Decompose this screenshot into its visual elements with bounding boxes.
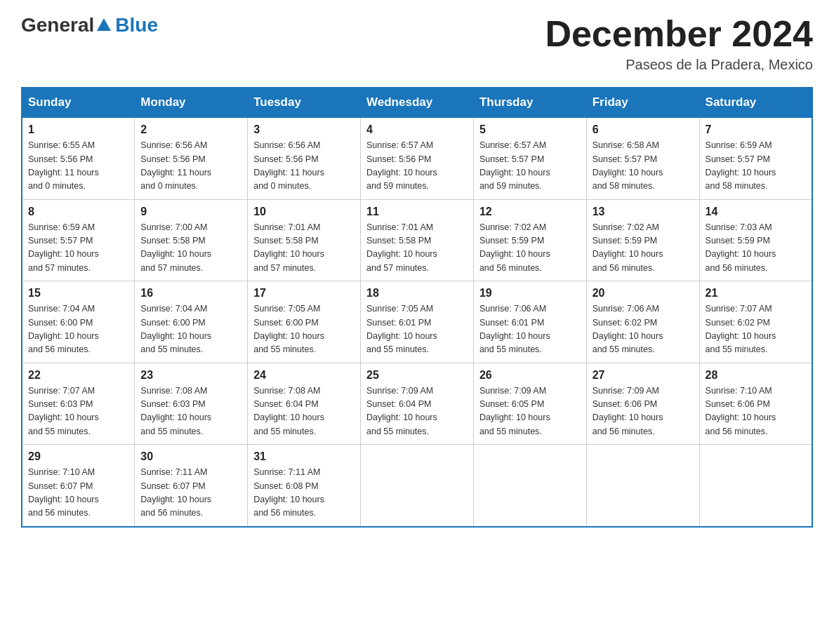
day-number: 5 <box>479 123 581 136</box>
day-number: 29 <box>28 450 128 463</box>
day-info: Sunrise: 7:09 AMSunset: 6:06 PMDaylight:… <box>593 384 694 439</box>
day-header-friday: Friday <box>586 88 699 117</box>
calendar-cell: 21Sunrise: 7:07 AMSunset: 6:02 PMDayligh… <box>699 281 812 363</box>
day-header-tuesday: Tuesday <box>248 88 361 117</box>
calendar-cell <box>586 445 699 527</box>
calendar-cell <box>699 445 812 527</box>
day-info: Sunrise: 7:08 AMSunset: 6:04 PMDaylight:… <box>253 384 355 439</box>
calendar-cell: 15Sunrise: 7:04 AMSunset: 6:00 PMDayligh… <box>22 281 135 363</box>
calendar-cell: 13Sunrise: 7:02 AMSunset: 5:59 PMDayligh… <box>586 199 699 281</box>
day-info: Sunrise: 7:08 AMSunset: 6:03 PMDaylight:… <box>140 384 241 439</box>
title-section: December 2024 Paseos de la Pradera, Mexi… <box>545 14 813 73</box>
calendar-cell: 4Sunrise: 6:57 AMSunset: 5:56 PMDaylight… <box>361 117 474 199</box>
day-info: Sunrise: 7:07 AMSunset: 6:03 PMDaylight:… <box>28 384 128 439</box>
day-info: Sunrise: 6:57 AMSunset: 5:57 PMDaylight:… <box>479 139 581 194</box>
calendar-cell <box>361 445 474 527</box>
day-number: 21 <box>706 287 806 300</box>
calendar-week-row: 29Sunrise: 7:10 AMSunset: 6:07 PMDayligh… <box>22 445 812 527</box>
calendar-cell: 17Sunrise: 7:05 AMSunset: 6:00 PMDayligh… <box>248 281 361 363</box>
calendar-cell: 30Sunrise: 7:11 AMSunset: 6:07 PMDayligh… <box>135 445 248 527</box>
day-number: 17 <box>253 287 355 300</box>
day-info: Sunrise: 7:04 AMSunset: 6:00 PMDaylight:… <box>28 302 128 357</box>
day-header-wednesday: Wednesday <box>361 88 474 117</box>
days-of-week-row: SundayMondayTuesdayWednesdayThursdayFrid… <box>22 88 812 117</box>
day-number: 9 <box>140 206 241 218</box>
calendar-body: 1Sunrise: 6:55 AMSunset: 5:56 PMDaylight… <box>22 117 812 527</box>
calendar-week-row: 22Sunrise: 7:07 AMSunset: 6:03 PMDayligh… <box>22 363 812 445</box>
day-info: Sunrise: 7:06 AMSunset: 6:02 PMDaylight:… <box>593 302 694 357</box>
day-header-monday: Monday <box>135 88 248 117</box>
day-number: 19 <box>479 287 581 300</box>
calendar-cell: 31Sunrise: 7:11 AMSunset: 6:08 PMDayligh… <box>248 445 361 527</box>
day-header-thursday: Thursday <box>473 88 586 117</box>
calendar-week-row: 1Sunrise: 6:55 AMSunset: 5:56 PMDaylight… <box>22 117 812 199</box>
day-info: Sunrise: 6:59 AMSunset: 5:57 PMDaylight:… <box>28 221 128 276</box>
day-number: 27 <box>593 369 694 382</box>
calendar-cell: 22Sunrise: 7:07 AMSunset: 6:03 PMDayligh… <box>22 363 135 445</box>
calendar-cell: 27Sunrise: 7:09 AMSunset: 6:06 PMDayligh… <box>586 363 699 445</box>
calendar-table: SundayMondayTuesdayWednesdayThursdayFrid… <box>21 87 813 528</box>
calendar-cell: 10Sunrise: 7:01 AMSunset: 5:58 PMDayligh… <box>248 199 361 281</box>
day-number: 25 <box>366 369 468 382</box>
day-info: Sunrise: 7:01 AMSunset: 5:58 PMDaylight:… <box>366 221 468 276</box>
calendar-cell: 19Sunrise: 7:06 AMSunset: 6:01 PMDayligh… <box>473 281 586 363</box>
calendar-cell: 18Sunrise: 7:05 AMSunset: 6:01 PMDayligh… <box>361 281 474 363</box>
day-info: Sunrise: 7:00 AMSunset: 5:58 PMDaylight:… <box>140 221 241 276</box>
day-info: Sunrise: 7:09 AMSunset: 6:05 PMDaylight:… <box>479 384 581 439</box>
day-info: Sunrise: 7:04 AMSunset: 6:00 PMDaylight:… <box>140 302 241 357</box>
calendar-cell: 11Sunrise: 7:01 AMSunset: 5:58 PMDayligh… <box>361 199 474 281</box>
calendar-cell: 16Sunrise: 7:04 AMSunset: 6:00 PMDayligh… <box>135 281 248 363</box>
day-number: 15 <box>28 287 128 300</box>
day-number: 28 <box>706 369 806 382</box>
day-info: Sunrise: 6:59 AMSunset: 5:57 PMDaylight:… <box>706 139 806 194</box>
day-info: Sunrise: 7:11 AMSunset: 6:08 PMDaylight:… <box>253 466 355 521</box>
calendar-cell: 20Sunrise: 7:06 AMSunset: 6:02 PMDayligh… <box>586 281 699 363</box>
calendar-cell: 28Sunrise: 7:10 AMSunset: 6:06 PMDayligh… <box>699 363 812 445</box>
calendar-cell: 5Sunrise: 6:57 AMSunset: 5:57 PMDaylight… <box>473 117 586 199</box>
day-number: 20 <box>593 287 694 300</box>
page-header: General Blue December 2024 Paseos de la … <box>21 14 813 73</box>
day-number: 11 <box>366 206 468 218</box>
day-info: Sunrise: 6:57 AMSunset: 5:56 PMDaylight:… <box>366 139 468 194</box>
month-title: December 2024 <box>545 14 813 54</box>
day-number: 30 <box>140 450 241 463</box>
day-number: 10 <box>253 206 355 218</box>
calendar-cell: 26Sunrise: 7:09 AMSunset: 6:05 PMDayligh… <box>473 363 586 445</box>
day-info: Sunrise: 6:56 AMSunset: 5:56 PMDaylight:… <box>253 139 355 194</box>
day-number: 24 <box>253 369 355 382</box>
day-info: Sunrise: 7:10 AMSunset: 6:07 PMDaylight:… <box>28 466 128 521</box>
day-info: Sunrise: 7:03 AMSunset: 5:59 PMDaylight:… <box>706 221 806 276</box>
day-number: 6 <box>593 123 694 136</box>
day-number: 8 <box>28 206 128 218</box>
logo-triangle-icon <box>97 18 111 31</box>
calendar-cell: 3Sunrise: 6:56 AMSunset: 5:56 PMDaylight… <box>248 117 361 199</box>
day-info: Sunrise: 6:58 AMSunset: 5:57 PMDaylight:… <box>593 139 694 194</box>
day-number: 12 <box>479 206 581 218</box>
day-info: Sunrise: 7:05 AMSunset: 6:01 PMDaylight:… <box>366 302 468 357</box>
day-info: Sunrise: 7:02 AMSunset: 5:59 PMDaylight:… <box>593 221 694 276</box>
day-number: 2 <box>140 123 241 136</box>
day-number: 22 <box>28 369 128 382</box>
day-header-sunday: Sunday <box>22 88 135 117</box>
day-number: 23 <box>140 369 241 382</box>
day-number: 3 <box>253 123 355 136</box>
day-number: 26 <box>479 369 581 382</box>
day-header-saturday: Saturday <box>699 88 812 117</box>
calendar-week-row: 15Sunrise: 7:04 AMSunset: 6:00 PMDayligh… <box>22 281 812 363</box>
calendar-cell: 2Sunrise: 6:56 AMSunset: 5:56 PMDaylight… <box>135 117 248 199</box>
day-number: 14 <box>706 206 806 218</box>
calendar-cell: 14Sunrise: 7:03 AMSunset: 5:59 PMDayligh… <box>699 199 812 281</box>
logo-blue-text: Blue <box>115 14 158 36</box>
calendar-cell: 29Sunrise: 7:10 AMSunset: 6:07 PMDayligh… <box>22 445 135 527</box>
calendar-cell: 12Sunrise: 7:02 AMSunset: 5:59 PMDayligh… <box>473 199 586 281</box>
day-info: Sunrise: 6:55 AMSunset: 5:56 PMDaylight:… <box>28 139 128 194</box>
day-number: 13 <box>593 206 694 218</box>
day-number: 1 <box>28 123 128 136</box>
calendar-cell <box>473 445 586 527</box>
day-info: Sunrise: 7:11 AMSunset: 6:07 PMDaylight:… <box>140 466 241 521</box>
day-info: Sunrise: 7:05 AMSunset: 6:00 PMDaylight:… <box>253 302 355 357</box>
calendar-cell: 24Sunrise: 7:08 AMSunset: 6:04 PMDayligh… <box>248 363 361 445</box>
day-info: Sunrise: 7:01 AMSunset: 5:58 PMDaylight:… <box>253 221 355 276</box>
calendar-cell: 6Sunrise: 6:58 AMSunset: 5:57 PMDaylight… <box>586 117 699 199</box>
day-info: Sunrise: 7:10 AMSunset: 6:06 PMDaylight:… <box>706 384 806 439</box>
